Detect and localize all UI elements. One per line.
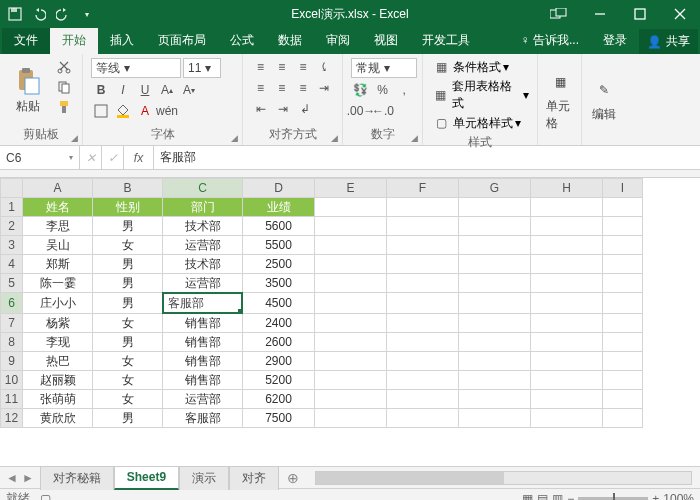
underline-button[interactable]: U <box>135 81 155 99</box>
cell[interactable] <box>531 333 603 352</box>
cell[interactable]: 吴山 <box>23 236 93 255</box>
tab-data[interactable]: 数据 <box>266 27 314 54</box>
row-header[interactable]: 1 <box>1 198 23 217</box>
cell[interactable] <box>531 293 603 314</box>
sheet-tab[interactable]: 对齐秘籍 <box>40 466 114 490</box>
sheet-tab[interactable]: Sheet9 <box>114 466 179 490</box>
editing-button[interactable]: ✎编辑 <box>590 58 618 141</box>
row-header[interactable]: 6 <box>1 293 23 314</box>
cell[interactable]: 4500 <box>243 293 315 314</box>
cell[interactable] <box>387 333 459 352</box>
cell[interactable]: 2900 <box>243 352 315 371</box>
merge-icon[interactable]: ⇥ <box>315 79 334 97</box>
cell[interactable] <box>387 274 459 293</box>
align-middle-icon[interactable]: ≡ <box>272 58 291 76</box>
cell[interactable] <box>531 352 603 371</box>
cell[interactable] <box>603 293 643 314</box>
tab-file[interactable]: 文件 <box>2 27 50 54</box>
cell[interactable]: 庄小小 <box>23 293 93 314</box>
cell[interactable] <box>459 371 531 390</box>
row-header[interactable]: 4 <box>1 255 23 274</box>
col-header[interactable]: D <box>243 179 315 198</box>
worksheet-grid[interactable]: ABCDEFGHI1姓名性别部门业绩2李思男技术部56003吴山女运营部5500… <box>0 178 700 466</box>
decrease-decimal-icon[interactable]: ←.0 <box>373 102 393 120</box>
formula-input[interactable]: 客服部 <box>154 146 700 169</box>
horizontal-scrollbar[interactable] <box>315 471 692 485</box>
select-all-corner[interactable] <box>1 179 23 198</box>
row-header[interactable]: 11 <box>1 390 23 409</box>
tab-insert[interactable]: 插入 <box>98 27 146 54</box>
cell[interactable]: 张萌萌 <box>23 390 93 409</box>
dialog-launcher-icon[interactable]: ◢ <box>71 133 78 143</box>
cell[interactable] <box>531 217 603 236</box>
cell[interactable] <box>603 352 643 371</box>
cell[interactable] <box>459 255 531 274</box>
dialog-launcher-icon[interactable]: ◢ <box>411 133 418 143</box>
col-header[interactable]: A <box>23 179 93 198</box>
align-left-icon[interactable]: ≡ <box>251 79 270 97</box>
cell[interactable] <box>459 409 531 428</box>
name-box[interactable]: C6▾ <box>0 146 80 169</box>
cell[interactable] <box>315 217 387 236</box>
minimize-button[interactable] <box>580 0 620 28</box>
cell[interactable]: 男 <box>93 274 163 293</box>
fill-color-icon[interactable] <box>113 102 133 120</box>
cell[interactable] <box>459 274 531 293</box>
increase-indent-icon[interactable]: ⇥ <box>273 100 293 118</box>
cell[interactable] <box>603 314 643 333</box>
cell[interactable]: 5500 <box>243 236 315 255</box>
cell[interactable]: 5600 <box>243 217 315 236</box>
cell[interactable] <box>387 236 459 255</box>
format-table-button[interactable]: ▦套用表格格式▾ <box>431 78 529 112</box>
cell[interactable] <box>531 236 603 255</box>
orientation-icon[interactable]: ⤹ <box>315 58 334 76</box>
cell[interactable]: 客服部 <box>163 409 243 428</box>
macro-icon[interactable]: ▢ <box>40 492 51 501</box>
cell[interactable] <box>459 217 531 236</box>
wrap-text-icon[interactable]: ↲ <box>295 100 315 118</box>
close-button[interactable] <box>660 0 700 28</box>
cell[interactable] <box>603 371 643 390</box>
cell[interactable] <box>459 314 531 333</box>
cell[interactable] <box>387 390 459 409</box>
cell[interactable] <box>315 293 387 314</box>
decrease-font-icon[interactable]: A▾ <box>179 81 199 99</box>
col-header[interactable]: H <box>531 179 603 198</box>
cell[interactable]: 女 <box>93 236 163 255</box>
cell[interactable]: 部门 <box>163 198 243 217</box>
row-header[interactable]: 7 <box>1 314 23 333</box>
sheet-tab[interactable]: 演示 <box>179 466 229 490</box>
tab-review[interactable]: 审阅 <box>314 27 362 54</box>
cell[interactable]: 2500 <box>243 255 315 274</box>
phonetic-icon[interactable]: wén <box>157 102 177 120</box>
cell[interactable]: 运营部 <box>163 390 243 409</box>
conditional-format-button[interactable]: ▦条件格式▾ <box>431 58 529 76</box>
new-sheet-button[interactable]: ⊕ <box>279 470 307 486</box>
maximize-button[interactable] <box>620 0 660 28</box>
cell[interactable]: 李思 <box>23 217 93 236</box>
border-icon[interactable] <box>91 102 111 120</box>
cut-icon[interactable] <box>54 58 74 76</box>
cell[interactable] <box>387 293 459 314</box>
help-button[interactable] <box>540 0 580 28</box>
cell[interactable]: 热巴 <box>23 352 93 371</box>
cell[interactable] <box>387 409 459 428</box>
cell[interactable] <box>531 198 603 217</box>
cell[interactable] <box>459 333 531 352</box>
zoom-out-button[interactable]: − <box>567 492 574 501</box>
col-header[interactable]: B <box>93 179 163 198</box>
cell[interactable]: 技术部 <box>163 217 243 236</box>
copy-icon[interactable] <box>54 78 74 96</box>
cell[interactable]: 女 <box>93 390 163 409</box>
cell[interactable]: 运营部 <box>163 274 243 293</box>
cell[interactable]: 男 <box>93 409 163 428</box>
cell[interactable]: 陈一霎 <box>23 274 93 293</box>
row-header[interactable]: 2 <box>1 217 23 236</box>
cell[interactable]: 2600 <box>243 333 315 352</box>
cancel-icon[interactable]: ✕ <box>80 146 102 169</box>
paste-button[interactable]: 粘贴 <box>8 58 48 124</box>
align-bottom-icon[interactable]: ≡ <box>294 58 313 76</box>
cell[interactable] <box>315 371 387 390</box>
sheet-tab[interactable]: 对齐 <box>229 466 279 490</box>
cell[interactable] <box>459 236 531 255</box>
